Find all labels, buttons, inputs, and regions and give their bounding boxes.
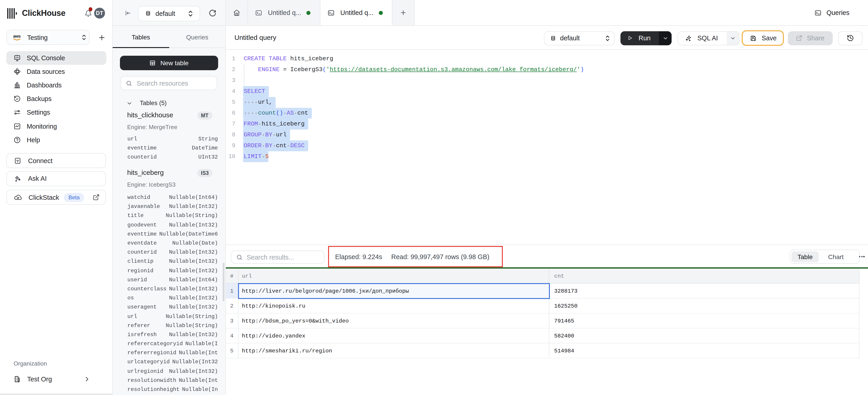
svg-text:aws: aws [13,34,21,38]
